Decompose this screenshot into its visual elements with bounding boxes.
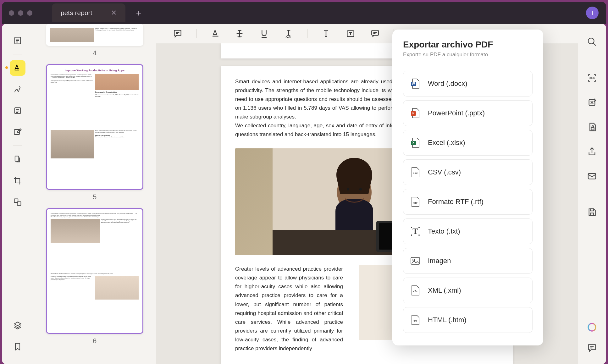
thumbnail-page-6[interactable]: Smart devices and internet-based applica…	[46, 208, 143, 351]
thumbnail-panel[interactable]: Periyar National Park is a protected hab…	[33, 24, 156, 364]
squiggly-underline-button[interactable]	[283, 28, 295, 40]
svg-text:X: X	[412, 141, 415, 145]
export-option-rtf[interactable]: RTF Formato RTF (.rtf)	[403, 189, 533, 215]
close-window-button[interactable]	[9, 10, 14, 16]
thumbnail-page-4[interactable]: Periyar National Park is a protected hab…	[46, 24, 143, 63]
strikethrough-button[interactable]	[234, 28, 246, 40]
separator	[196, 29, 196, 38]
svg-text:T: T	[412, 227, 418, 236]
crop-tool-button[interactable]	[10, 173, 25, 189]
export-option-word[interactable]: W Word (.docx)	[403, 71, 533, 97]
comments-panel-button[interactable]	[585, 341, 599, 355]
svg-text:P: P	[412, 112, 415, 115]
export-subtitle: Exporte su PDF a cualquier formato	[403, 52, 533, 58]
right-sidebar-rail: OCR	[578, 24, 606, 364]
svg-rect-1	[15, 69, 18, 70]
xml-file-icon: </>	[410, 285, 421, 296]
page-number: 6	[46, 334, 143, 351]
share-button[interactable]	[585, 145, 599, 158]
callout-tool-button[interactable]	[369, 28, 381, 40]
highlight-color-button[interactable]	[209, 28, 221, 40]
svg-point-30	[418, 234, 420, 236]
thumbnail-page-5[interactable]: Improve Working Productivity in Using Ap…	[46, 64, 143, 207]
paragraph: Greater levels of advanced practice prov…	[235, 265, 343, 353]
export-label: HTML (.htm)	[428, 316, 467, 324]
svg-text:csv: csv	[413, 172, 417, 175]
textbox-tool-button[interactable]	[345, 28, 357, 40]
separator	[587, 60, 597, 60]
ocr-button[interactable]: OCR	[585, 71, 599, 85]
svg-rect-39	[588, 174, 596, 179]
export-label: Word (.docx)	[428, 80, 467, 88]
svg-point-12	[347, 188, 349, 190]
page-organize-button[interactable]	[10, 152, 25, 167]
separator	[13, 146, 22, 146]
export-option-xml[interactable]: </> XML (.xml)	[403, 278, 533, 303]
svg-text:RTF: RTF	[413, 201, 418, 204]
excel-file-icon: X	[410, 137, 421, 148]
word-file-icon: W	[410, 78, 421, 89]
svg-text:W: W	[412, 82, 415, 85]
export-option-csv[interactable]: csv CSV (.csv)	[403, 159, 533, 185]
svg-rect-41	[590, 213, 594, 216]
image-file-icon	[410, 255, 421, 267]
rtf-file-icon: RTF	[410, 196, 421, 207]
csv-file-icon: csv	[410, 167, 421, 178]
protect-button[interactable]	[585, 120, 599, 134]
annotate-tool-button[interactable]	[10, 33, 25, 48]
html-file-icon: </>	[410, 314, 421, 326]
svg-rect-31	[411, 257, 420, 264]
export-option-html[interactable]: </> HTML (.htm)	[403, 307, 533, 333]
svg-rect-8	[372, 30, 378, 35]
separator	[403, 65, 533, 65]
active-dot-icon	[5, 66, 8, 69]
export-option-excel[interactable]: X Excel (.xlsx)	[403, 130, 533, 156]
text-file-icon: T	[410, 226, 421, 237]
edit-text-tool-button[interactable]	[10, 124, 25, 140]
document-tab[interactable]: pets report ✕	[52, 3, 125, 22]
svg-point-35	[588, 38, 594, 44]
form-tool-button[interactable]	[10, 103, 25, 119]
export-option-text[interactable]: T Texto (.txt)	[403, 218, 533, 244]
layers-button[interactable]	[10, 317, 25, 333]
svg-point-28	[418, 227, 420, 228]
save-button[interactable]	[585, 206, 599, 219]
export-label: Texto (.txt)	[428, 227, 460, 235]
export-panel: Exportar archivo PDF Exporte su PDF a cu…	[392, 30, 543, 345]
text-tool-button[interactable]	[320, 28, 332, 40]
separator	[307, 29, 307, 38]
underline-button[interactable]	[258, 28, 270, 40]
tab-title: pets report	[61, 9, 92, 17]
export-label: Formato RTF (.rtf)	[428, 198, 484, 206]
svg-point-32	[413, 259, 415, 261]
svg-rect-4	[15, 156, 19, 161]
close-tab-icon[interactable]: ✕	[111, 9, 117, 17]
main-content: Smart devices and internet-based applica…	[156, 24, 578, 364]
convert-button[interactable]	[585, 96, 599, 109]
export-label: CSV (.csv)	[428, 168, 461, 176]
page-number: 5	[46, 190, 143, 207]
maximize-window-button[interactable]	[27, 10, 32, 16]
comment-tool-button[interactable]	[172, 28, 184, 40]
search-button[interactable]	[585, 35, 599, 48]
export-title: Exportar archivo PDF	[403, 40, 533, 50]
svg-text:</>: </>	[413, 290, 417, 293]
highlighter-tool-button[interactable]	[10, 60, 25, 76]
email-button[interactable]	[585, 169, 599, 183]
minimize-window-button[interactable]	[18, 10, 23, 16]
user-avatar[interactable]: T	[586, 7, 599, 19]
export-option-powerpoint[interactable]: P PowerPoint (.pptx)	[403, 100, 533, 126]
separator	[13, 54, 22, 54]
bookmark-button[interactable]	[10, 339, 25, 355]
sign-tool-button[interactable]	[10, 81, 25, 97]
titlebar: pets report ✕ ＋ T	[2, 2, 606, 24]
export-label: PowerPoint (.pptx)	[428, 109, 485, 117]
new-tab-button[interactable]: ＋	[134, 7, 143, 19]
export-option-image[interactable]: Imagen	[403, 248, 533, 274]
svg-rect-40	[590, 209, 594, 211]
compare-tool-button[interactable]	[10, 194, 25, 210]
help-button[interactable]	[585, 321, 599, 334]
svg-text:</>: </>	[413, 319, 417, 323]
svg-point-13	[359, 188, 362, 190]
svg-text:OCR: OCR	[589, 76, 595, 80]
